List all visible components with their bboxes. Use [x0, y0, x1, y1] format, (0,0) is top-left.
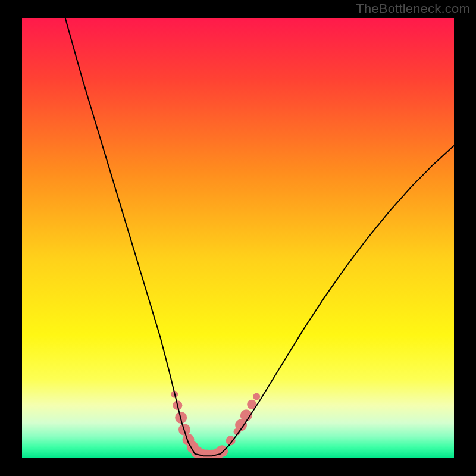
chart-frame: TheBottleneck.com	[0, 0, 476, 476]
highlight-marker	[216, 445, 228, 457]
bottleneck-chart	[0, 0, 476, 476]
plot-background	[22, 18, 454, 458]
watermark-label: TheBottleneck.com	[356, 1, 470, 17]
highlight-marker	[253, 393, 260, 400]
